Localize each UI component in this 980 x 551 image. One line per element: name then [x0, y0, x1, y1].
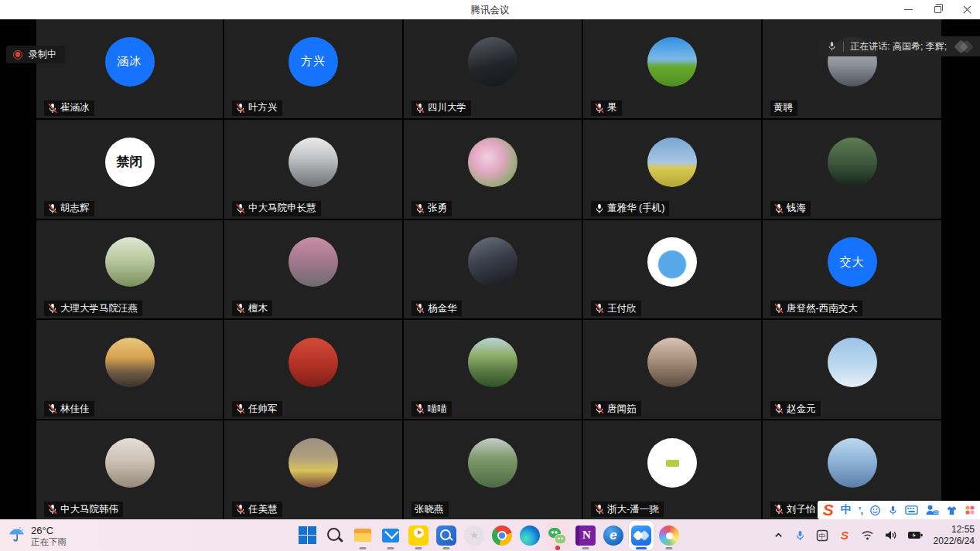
taskbar-app-meeting[interactable]: [629, 521, 654, 550]
chrome-icon: [492, 525, 512, 546]
participant-tile[interactable]: 王付欣: [583, 220, 761, 319]
clock-date: 2022/6/24: [934, 536, 975, 547]
participant-tile[interactable]: 喵喵: [404, 320, 582, 419]
ime-cn-mode[interactable]: 中: [841, 503, 852, 517]
participant-tile[interactable]: 禁闭 胡志辉: [36, 120, 223, 219]
ime-soft-keyboard-icon[interactable]: [905, 505, 918, 515]
mic-muted-icon: [47, 203, 58, 214]
recording-indicator: 录制中: [6, 46, 65, 63]
taskbar-app-player[interactable]: [406, 521, 431, 550]
taskbar-app-browser360[interactable]: [434, 521, 459, 550]
mic-muted-icon: [415, 303, 425, 314]
tray-wifi-icon[interactable]: [861, 529, 874, 541]
participant-name-tag: 任帅军: [232, 401, 282, 417]
explorer-icon: [353, 525, 373, 546]
tray-volume-icon[interactable]: [884, 529, 897, 541]
participant-tile[interactable]: 檀木: [224, 220, 402, 319]
taskbar-app-search[interactable]: [323, 521, 347, 550]
avatar-initials: 方兴: [301, 54, 326, 69]
participant-tile[interactable]: 中大马院韩伟: [36, 420, 223, 519]
ime-toolbox-icon[interactable]: [965, 505, 975, 515]
participant-name: 中大马院韩伟: [60, 503, 118, 516]
running-indicator: [415, 547, 422, 549]
mic-muted-icon: [773, 504, 784, 515]
taskbar-app-edge[interactable]: [517, 521, 542, 550]
participant-name: 大理大学马院汪燕: [60, 302, 138, 315]
taskbar-app-explorer[interactable]: [350, 521, 375, 550]
participant-name-tag: 喵喵: [411, 401, 452, 417]
participant-tile[interactable]: 黄聘: [763, 19, 941, 118]
taskbar-app-chrome[interactable]: [490, 521, 514, 550]
avatar-initials: 禁闭: [117, 153, 143, 171]
ime-punctuation[interactable]: ’,: [859, 505, 862, 516]
restore-button[interactable]: [932, 5, 943, 15]
tray-chevron-icon[interactable]: [773, 529, 784, 541]
participant-tile[interactable]: 涵冰 崔涵冰: [36, 19, 223, 118]
participant-name-tag: 叶方兴: [232, 100, 282, 116]
participant-tile[interactable]: 任帅军: [224, 320, 402, 419]
participant-tile[interactable]: 赵金元: [763, 320, 941, 419]
participant-tile[interactable]: 林佳佳: [36, 320, 223, 419]
search-icon: [325, 525, 345, 546]
participant-tile[interactable]: 方兴 叶方兴: [224, 19, 402, 118]
participant-name: 胡志辉: [60, 202, 90, 215]
window-controls: [903, 0, 972, 19]
participant-avatar: 交大: [828, 237, 877, 287]
palette-icon: [659, 525, 679, 546]
minimize-button[interactable]: [903, 5, 913, 15]
participant-name-tag: 刘子怡: [770, 502, 821, 517]
mic-muted-icon: [47, 303, 58, 314]
participant-tile[interactable]: 唐闻筎: [583, 320, 761, 419]
tray-ime-icon[interactable]: 中: [816, 529, 828, 542]
participant-tile[interactable]: 董雅华 (手机): [583, 120, 761, 219]
participant-avatar: 涵冰: [105, 37, 155, 87]
window-title: 腾讯会议: [471, 3, 510, 16]
participant-name: 董雅华 (手机): [607, 202, 664, 215]
tray-sogou-icon[interactable]: S: [838, 529, 851, 542]
taskbar-app-inactive[interactable]: [462, 521, 487, 550]
tray-mic-icon[interactable]: [794, 529, 806, 542]
participant-tile[interactable]: 中大马院申长慧: [224, 120, 402, 219]
participant-name: 檀木: [248, 302, 268, 315]
participant-name-tag: 林佳佳: [44, 401, 94, 417]
mic-on-icon: [594, 203, 605, 214]
participant-name-tag: 赵金元: [770, 401, 821, 417]
participant-tile[interactable]: 钱海: [763, 120, 941, 219]
ime-account-icon[interactable]: 20: [925, 504, 939, 516]
participant-avatar: [647, 37, 697, 87]
taskbar-app-wechat[interactable]: [545, 521, 570, 550]
taskbar-app-mail[interactable]: [378, 521, 403, 550]
ime-voice-input-icon[interactable]: [888, 505, 898, 516]
ime-sogou-logo[interactable]: S: [823, 502, 834, 519]
mic-muted-icon: [773, 203, 784, 214]
svg-text:S: S: [841, 529, 849, 542]
participant-tile[interactable]: 浙大-潘一骁: [583, 420, 761, 519]
participant-avatar: [647, 438, 697, 488]
taskbar-app-onenote[interactable]: [573, 521, 598, 550]
ime-emoji-icon[interactable]: [869, 505, 881, 516]
participant-name: 唐登然-西南交大: [787, 302, 858, 315]
participant-tile[interactable]: 大理大学马院汪燕: [36, 220, 223, 319]
close-button[interactable]: [961, 5, 972, 15]
taskbar-app-ie[interactable]: [601, 521, 626, 550]
taskbar-app-palette[interactable]: [657, 521, 681, 550]
speaking-label: 正在讲话: 高国希; 李辉;: [850, 40, 947, 53]
speaking-indicator: 正在讲话: 高国希; 李辉;: [818, 36, 980, 56]
ime-skin-icon[interactable]: [946, 505, 958, 515]
umbrella-rain-icon: [8, 525, 26, 546]
taskbar-weather-widget[interactable]: 26°C 正在下雨: [8, 524, 67, 546]
participant-tile[interactable]: 任美慧: [224, 420, 402, 519]
participant-tile[interactable]: 四川大学: [404, 19, 582, 118]
tray-battery-icon[interactable]: [907, 530, 924, 540]
participant-avatar: [647, 338, 697, 387]
mic-muted-icon: [594, 303, 605, 314]
participant-tile[interactable]: 张勇: [404, 120, 582, 219]
participant-tile[interactable]: 果: [583, 19, 761, 118]
participant-tile[interactable]: 张晓燕: [404, 420, 582, 519]
taskbar-clock[interactable]: 12:55 2022/6/24: [934, 524, 975, 547]
taskbar-app-start[interactable]: [295, 521, 319, 550]
participant-tile[interactable]: 交大 唐登然-西南交大: [763, 220, 941, 319]
participant-name: 崔涵冰: [60, 101, 90, 114]
participant-tile[interactable]: 杨金华: [404, 220, 582, 319]
participant-name-tag: 浙大-潘一骁: [591, 502, 664, 517]
